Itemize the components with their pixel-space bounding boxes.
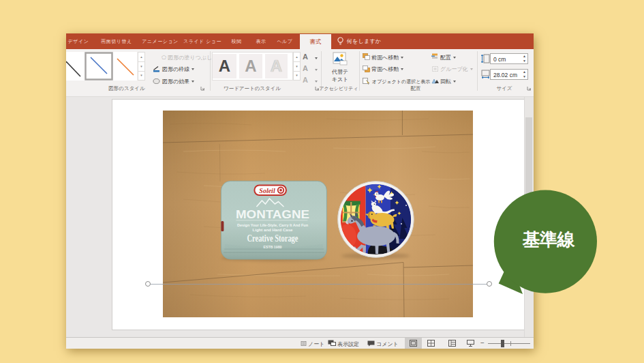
svg-text:Soleil: Soleil bbox=[259, 187, 275, 194]
svg-text:ESTB 1980: ESTB 1980 bbox=[263, 245, 281, 249]
svg-text:Creative Storage: Creative Storage bbox=[247, 233, 298, 244]
svg-text:基準線: 基準線 bbox=[522, 229, 575, 250]
svg-text:Design Your Life-Style, Carry: Design Your Life-Style, Carry It And Fun bbox=[237, 223, 309, 227]
svg-text:Light and Hard Case: Light and Hard Case bbox=[252, 228, 292, 232]
svg-text:MONTAGNE: MONTAGNE bbox=[236, 208, 309, 221]
